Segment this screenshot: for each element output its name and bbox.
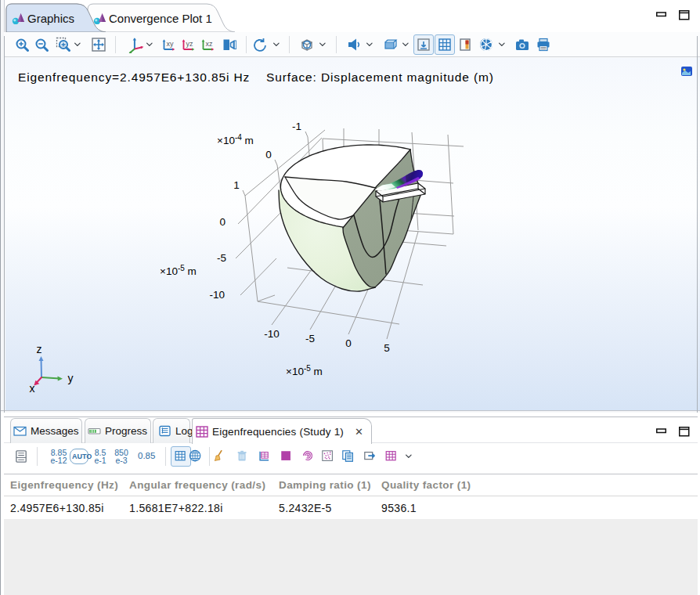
svg-text:z: z xyxy=(37,343,42,355)
svg-text:-1: -1 xyxy=(292,121,301,132)
svg-text:0: 0 xyxy=(345,337,352,349)
svg-text:xy: xy xyxy=(166,40,174,48)
svg-text:0: 0 xyxy=(219,216,226,228)
svg-text:x: x xyxy=(30,382,35,395)
svg-text:-10: -10 xyxy=(264,328,280,340)
svg-text:5: 5 xyxy=(384,342,390,354)
svg-text:0: 0 xyxy=(265,149,272,160)
svg-text:xz: xz xyxy=(205,40,213,48)
svg-text:-5: -5 xyxy=(217,252,226,264)
svg-text:yz: yz xyxy=(186,40,193,48)
svg-text:-5: -5 xyxy=(305,333,315,344)
svg-text:-10: -10 xyxy=(209,289,225,301)
svg-text:1: 1 xyxy=(233,179,240,191)
svg-text:y: y xyxy=(68,372,74,384)
